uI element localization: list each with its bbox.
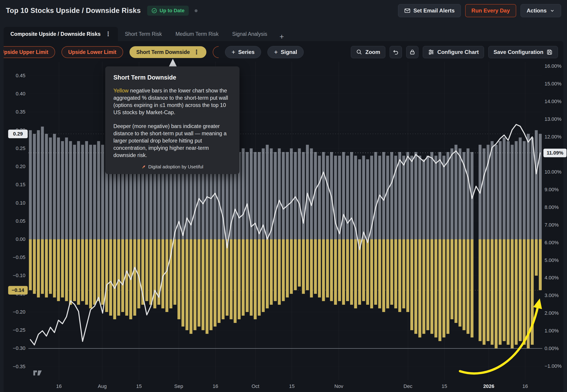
tab-label: Signal Analysis bbox=[232, 31, 267, 37]
chart-tools-group: Zoom Configure Chart Save Configuration bbox=[351, 46, 558, 58]
tab-short-term-risk[interactable]: Short Term Risk bbox=[118, 27, 169, 41]
tooltip-paragraph-1-text: negative bars in the lower chart show th… bbox=[113, 88, 228, 115]
series-pill-label: Upside Lower Limit bbox=[68, 49, 116, 55]
undo-icon bbox=[393, 49, 399, 55]
tooltip-pointer bbox=[169, 59, 177, 66]
tab-label: Short Term Risk bbox=[125, 31, 162, 37]
top-bar-actions: Set Email Alerts Run Every Day Actions bbox=[398, 4, 561, 17]
tooltip-footer: Digital adoption by Usetiful bbox=[105, 164, 239, 169]
status-badge-label: Up to Date bbox=[160, 8, 185, 14]
save-configuration-button[interactable]: Save Configuration bbox=[488, 46, 558, 58]
chart-toolbar: Upside Upper Limit Upside Lower Limit Sh… bbox=[4, 46, 558, 58]
pill-kebab-icon[interactable]: ⋮ bbox=[193, 49, 200, 55]
plus-icon: + bbox=[279, 32, 284, 41]
zoom-button[interactable]: Zoom bbox=[351, 46, 385, 58]
check-circle-icon bbox=[151, 8, 157, 14]
series-pill-short-term-downside[interactable]: Short Term Downside ⋮ bbox=[130, 46, 206, 58]
page-title: Top 10 Stocks Upside / Downside Risks bbox=[6, 7, 141, 15]
chevron-down-icon bbox=[550, 8, 555, 13]
tab-kebab-icon[interactable]: ⋮ bbox=[105, 31, 111, 37]
zoom-label: Zoom bbox=[365, 49, 380, 55]
add-series-label: Series bbox=[238, 49, 254, 55]
save-icon bbox=[546, 49, 553, 55]
magnifier-icon bbox=[356, 49, 363, 55]
save-configuration-label: Save Configuration bbox=[494, 49, 543, 55]
add-signal-label: Signal bbox=[281, 49, 297, 55]
lock-button[interactable] bbox=[406, 46, 419, 58]
tooltip-paragraph-2: Deeper (more negative) bars indicate gre… bbox=[113, 123, 231, 159]
tab-medium-term-risk[interactable]: Medium Term Risk bbox=[169, 27, 225, 41]
tab-signal-analysis[interactable]: Signal Analysis bbox=[225, 27, 274, 41]
configure-chart-label: Configure Chart bbox=[437, 49, 479, 55]
add-signal-button[interactable]: + Signal bbox=[267, 46, 304, 58]
sliders-icon bbox=[428, 49, 434, 55]
actions-button[interactable]: Actions bbox=[521, 4, 561, 17]
chart-panel: Upside Upper Limit Upside Lower Limit Sh… bbox=[4, 41, 563, 392]
active-tab-label: Composite Upside / Downside Risks bbox=[10, 31, 101, 37]
clipped-series-pill[interactable] bbox=[213, 46, 219, 58]
series-pill-label: Upside Upper Limit bbox=[4, 49, 48, 55]
run-every-day-label: Run Every Day bbox=[472, 7, 510, 14]
tab-bar: Composite Upside / Downside Risks ⋮ Shor… bbox=[4, 27, 563, 41]
tab-composite-upside-downside-risks[interactable]: Composite Upside / Downside Risks ⋮ bbox=[4, 27, 118, 41]
configure-chart-button[interactable]: Configure Chart bbox=[423, 46, 484, 58]
tooltip-short-term-downside: Short Term Downside Yellow negative bars… bbox=[105, 66, 239, 174]
run-every-day-button[interactable]: Run Every Day bbox=[465, 4, 516, 17]
plus-icon: + bbox=[232, 49, 235, 55]
undo-button[interactable] bbox=[390, 46, 402, 58]
series-pill-group: Upside Upper Limit Upside Lower Limit Sh… bbox=[4, 46, 304, 58]
tooltip-footer-text: Digital adoption by Usetiful bbox=[148, 164, 204, 169]
tradingview-logo[interactable] bbox=[33, 369, 44, 378]
add-series-button[interactable]: + Series bbox=[225, 46, 261, 58]
set-email-alerts-button[interactable]: Set Email Alerts bbox=[398, 4, 461, 17]
series-pill-label: Short Term Downside bbox=[136, 49, 190, 55]
tooltip-highlight: Yellow bbox=[113, 88, 129, 94]
series-pill-upside-upper-limit[interactable]: Upside Upper Limit bbox=[4, 46, 55, 58]
tooltip-title: Short Term Downside bbox=[113, 74, 231, 81]
tab-label: Medium Term Risk bbox=[175, 31, 219, 37]
add-tab-button[interactable]: + bbox=[274, 32, 289, 41]
actions-label: Actions bbox=[527, 7, 547, 14]
set-email-alerts-label: Set Email Alerts bbox=[413, 7, 455, 14]
envelope-icon bbox=[404, 7, 410, 14]
top-bar: Top 10 Stocks Upside / Downside Risks Up… bbox=[0, 0, 567, 21]
rocket-icon bbox=[142, 165, 146, 169]
series-pill-upside-lower-limit[interactable]: Upside Lower Limit bbox=[61, 46, 123, 58]
tooltip-paragraph-1: Yellow negative bars in the lower chart … bbox=[113, 87, 231, 116]
lock-icon bbox=[409, 49, 416, 55]
status-badge: Up to Date bbox=[147, 6, 189, 16]
plus-icon: + bbox=[274, 49, 278, 55]
status-dot bbox=[195, 9, 198, 12]
